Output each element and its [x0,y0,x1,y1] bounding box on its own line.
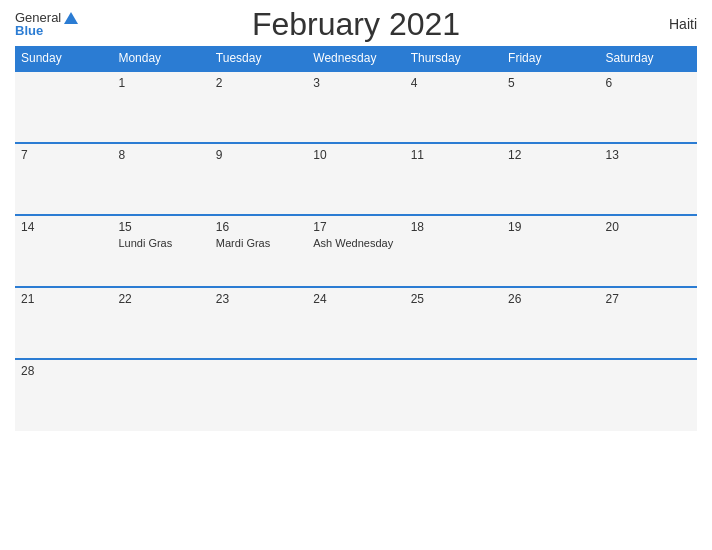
day-number: 21 [21,292,106,306]
header-sunday: Sunday [15,46,112,71]
calendar-cell [600,359,697,431]
day-number: 3 [313,76,398,90]
calendar-cell [210,359,307,431]
day-number: 14 [21,220,106,234]
day-number: 27 [606,292,691,306]
calendar-cell: 4 [405,71,502,143]
calendar-cell: 24 [307,287,404,359]
logo-triangle-icon [64,12,78,24]
day-number: 17 [313,220,398,234]
calendar-cell: 12 [502,143,599,215]
calendar-cell: 20 [600,215,697,287]
calendar-cell: 5 [502,71,599,143]
day-number: 5 [508,76,593,90]
day-number: 15 [118,220,203,234]
calendar-cell: 28 [15,359,112,431]
calendar-cell: 14 [15,215,112,287]
header-thursday: Thursday [405,46,502,71]
day-number: 4 [411,76,496,90]
calendar-cell: 2 [210,71,307,143]
calendar-cell: 26 [502,287,599,359]
day-number: 9 [216,148,301,162]
holiday-name: Ash Wednesday [313,237,398,249]
calendar-week-row: 123456 [15,71,697,143]
holiday-name: Mardi Gras [216,237,301,249]
calendar-cell: 8 [112,143,209,215]
header-wednesday: Wednesday [307,46,404,71]
header-tuesday: Tuesday [210,46,307,71]
day-number: 18 [411,220,496,234]
holiday-name: Lundi Gras [118,237,203,249]
day-number: 24 [313,292,398,306]
day-number: 12 [508,148,593,162]
weekday-header-row: Sunday Monday Tuesday Wednesday Thursday… [15,46,697,71]
calendar-cell: 1 [112,71,209,143]
day-number: 13 [606,148,691,162]
calendar-cell: 9 [210,143,307,215]
day-number: 19 [508,220,593,234]
logo: General Blue [15,10,78,38]
header-monday: Monday [112,46,209,71]
day-number: 7 [21,148,106,162]
calendar-week-row: 78910111213 [15,143,697,215]
day-number: 8 [118,148,203,162]
calendar-cell [502,359,599,431]
calendar-cell: 22 [112,287,209,359]
calendar-cell: 21 [15,287,112,359]
country-label: Haiti [669,16,697,32]
day-number: 2 [216,76,301,90]
calendar-cell: 19 [502,215,599,287]
calendar-cell: 16Mardi Gras [210,215,307,287]
day-number: 20 [606,220,691,234]
calendar-cell: 10 [307,143,404,215]
calendar-cell: 27 [600,287,697,359]
header-saturday: Saturday [600,46,697,71]
day-number: 16 [216,220,301,234]
calendar-cell: 6 [600,71,697,143]
day-number: 28 [21,364,106,378]
header-friday: Friday [502,46,599,71]
calendar-table: Sunday Monday Tuesday Wednesday Thursday… [15,46,697,431]
calendar-cell [112,359,209,431]
calendar-cell: 18 [405,215,502,287]
logo-blue: Blue [15,23,43,38]
calendar-cell: 15Lundi Gras [112,215,209,287]
day-number: 11 [411,148,496,162]
calendar-week-row: 21222324252627 [15,287,697,359]
day-number: 22 [118,292,203,306]
day-number: 10 [313,148,398,162]
calendar-cell [307,359,404,431]
calendar-cell [405,359,502,431]
calendar-week-row: 1415Lundi Gras16Mardi Gras17Ash Wednesda… [15,215,697,287]
day-number: 26 [508,292,593,306]
calendar-title: February 2021 [252,6,460,43]
calendar-container: General Blue February 2021 Haiti Sunday … [0,0,712,550]
calendar-cell: 7 [15,143,112,215]
calendar-cell: 23 [210,287,307,359]
calendar-cell: 11 [405,143,502,215]
calendar-header: General Blue February 2021 Haiti [15,10,697,38]
calendar-week-row: 28 [15,359,697,431]
calendar-cell: 25 [405,287,502,359]
calendar-cell: 17Ash Wednesday [307,215,404,287]
calendar-cell: 13 [600,143,697,215]
calendar-cell: 3 [307,71,404,143]
day-number: 25 [411,292,496,306]
day-number: 1 [118,76,203,90]
day-number: 6 [606,76,691,90]
calendar-cell [15,71,112,143]
day-number: 23 [216,292,301,306]
